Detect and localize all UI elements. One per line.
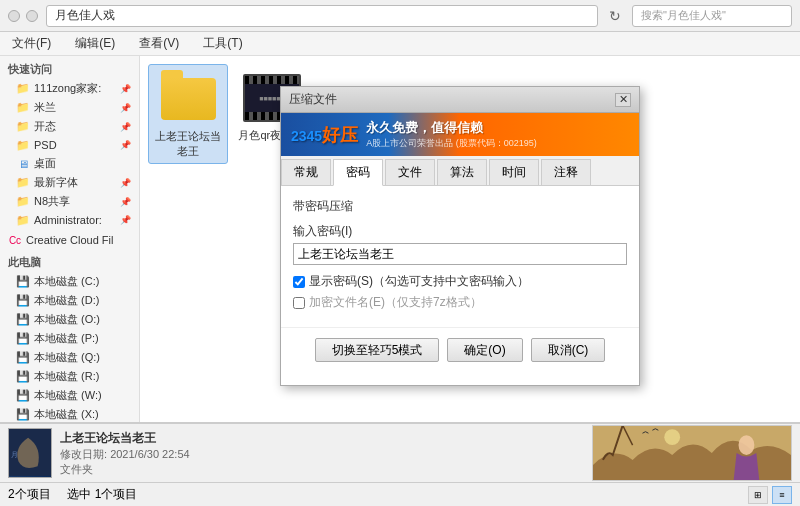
title-bar: 月色佳人戏 ↻ 搜索"月色佳人戏" xyxy=(0,0,800,32)
pin-icon: 📌 xyxy=(120,215,131,225)
sidebar-item-label: 111zong家家: xyxy=(34,81,116,96)
window-controls xyxy=(8,10,38,22)
show-password-checkbox[interactable] xyxy=(293,276,305,288)
sidebar-item-label: 桌面 xyxy=(34,156,131,171)
encrypt-filename-checkbox[interactable] xyxy=(293,297,305,309)
tab-suanfa[interactable]: 算法 xyxy=(437,159,487,185)
preview-date: 修改日期: 2021/6/30 22:54 xyxy=(60,447,584,462)
maximize-button[interactable] xyxy=(26,10,38,22)
dialog-close-button[interactable]: ✕ xyxy=(615,93,631,107)
sidebar-drive-c[interactable]: 💾 本地磁盘 (C:) xyxy=(0,272,139,291)
preview-filename: 上老王论坛当老王 xyxy=(60,430,584,447)
sidebar-item-admin[interactable]: 📁 Administrator: 📌 xyxy=(0,211,139,229)
this-pc-header: 此电脑 xyxy=(0,253,139,272)
sidebar-drive-d[interactable]: 💾 本地磁盘 (D:) xyxy=(0,291,139,310)
menu-bar: 文件(F) 编辑(E) 查看(V) 工具(T) xyxy=(0,32,800,56)
status-info: 2个项目 选中 1个项目 xyxy=(8,486,137,503)
address-bar[interactable]: 月色佳人戏 xyxy=(46,5,598,27)
drive-icon: 💾 xyxy=(16,332,30,346)
sidebar-item-n8[interactable]: 📁 N8共享 📌 xyxy=(0,192,139,211)
show-password-row: 显示密码(S)（勾选可支持中文密码输入） xyxy=(293,273,627,290)
sidebar-item-label: 米兰 xyxy=(34,100,116,115)
sidebar-item-kaita[interactable]: 📁 开态 📌 xyxy=(0,117,139,136)
large-icons-view-button[interactable]: ⊞ xyxy=(748,486,768,504)
drive-label: 本地磁盘 (P:) xyxy=(34,331,131,346)
sidebar-drive-r[interactable]: 💾 本地磁盘 (R:) xyxy=(0,367,139,386)
item-count: 2个项目 xyxy=(8,487,51,501)
search-placeholder: 搜索"月色佳人戏" xyxy=(641,8,726,23)
folder-icon: 📁 xyxy=(16,138,30,152)
drive-label: 本地磁盘 (C:) xyxy=(34,274,131,289)
pin-icon: 📌 xyxy=(120,84,131,94)
sidebar-item-111zong[interactable]: 📁 111zong家家: 📌 xyxy=(0,79,139,98)
menu-file[interactable]: 文件(F) xyxy=(8,33,55,54)
sidebar-item-cc[interactable]: Cc Creative Cloud Fil xyxy=(0,231,139,249)
view-controls: ⊞ ≡ xyxy=(748,486,792,504)
preview-thumbnail: 月 xyxy=(8,428,52,478)
menu-tools[interactable]: 工具(T) xyxy=(199,33,246,54)
tab-wenjian[interactable]: 文件 xyxy=(385,159,435,185)
quick-access-section: 快速访问 📁 111zong家家: 📌 📁 米兰 📌 📁 开态 📌 📁 PSD … xyxy=(0,60,139,229)
ad-banner: 2345好压 永久免费，值得信赖 A股上市公司荣誉出品 (股票代码：002195… xyxy=(281,113,639,156)
ok-button[interactable]: 确定(O) xyxy=(447,338,522,362)
folder-icon: 📁 xyxy=(16,120,30,134)
creative-cloud-icon: Cc xyxy=(8,233,22,247)
bottom-preview-bar: 月 上老王论坛当老王 修改日期: 2021/6/30 22:54 文件夹 xyxy=(0,422,800,482)
sidebar-item-milan[interactable]: 📁 米兰 📌 xyxy=(0,98,139,117)
sidebar-item-label: 最新字体 xyxy=(34,175,116,190)
folder-icon: 📁 xyxy=(16,82,30,96)
sidebar-drive-p[interactable]: 💾 本地磁盘 (P:) xyxy=(0,329,139,348)
current-path: 月色佳人戏 xyxy=(55,7,115,24)
sidebar-item-fonts[interactable]: 📁 最新字体 📌 xyxy=(0,173,139,192)
sidebar-item-label: N8共享 xyxy=(34,194,116,209)
password-input[interactable] xyxy=(293,243,627,265)
minimize-button[interactable] xyxy=(8,10,20,22)
compress-dialog: 压缩文件 ✕ 2345好压 永久免费，值得信赖 A股上市公司荣誉出品 (股票代码… xyxy=(280,86,640,386)
show-password-label: 显示密码(S)（勾选可支持中文密码输入） xyxy=(309,273,529,290)
tab-zhushi[interactable]: 注释 xyxy=(541,159,591,185)
pin-icon: 📌 xyxy=(120,197,131,207)
file-item-folder[interactable]: 上老王论坛当老王 xyxy=(148,64,228,164)
encrypt-filename-label: 加密文件名(E)（仅支持7z格式） xyxy=(309,294,482,311)
tab-mima[interactable]: 密码 xyxy=(333,159,383,186)
dialog-title: 压缩文件 xyxy=(289,91,337,108)
drive-label: 本地磁盘 (R:) xyxy=(34,369,131,384)
cancel-button[interactable]: 取消(C) xyxy=(531,338,606,362)
sidebar-drive-o[interactable]: 💾 本地磁盘 (O:) xyxy=(0,310,139,329)
sidebar-drive-x[interactable]: 💾 本地磁盘 (X:) xyxy=(0,405,139,422)
drive-label: 本地磁盘 (X:) xyxy=(34,407,131,422)
svg-point-4 xyxy=(664,429,680,445)
sidebar-item-desktop[interactable]: 🖥 桌面 xyxy=(0,154,139,173)
drive-icon: 💾 xyxy=(16,313,30,327)
selected-count: 选中 1个项目 xyxy=(67,487,137,501)
tab-changgui[interactable]: 常规 xyxy=(281,159,331,185)
main-area: 快速访问 📁 111zong家家: 📌 📁 米兰 📌 📁 开态 📌 📁 PSD … xyxy=(0,56,800,422)
sidebar-item-label: 开态 xyxy=(34,119,116,134)
drive-label: 本地磁盘 (O:) xyxy=(34,312,131,327)
tab-shijian[interactable]: 时间 xyxy=(489,159,539,185)
encrypt-filename-row: 加密文件名(E)（仅支持7z格式） xyxy=(293,294,627,311)
sidebar-drive-w[interactable]: 💾 本地磁盘 (W:) xyxy=(0,386,139,405)
ad-logo: 2345好压 xyxy=(291,123,358,147)
menu-edit[interactable]: 编辑(E) xyxy=(71,33,119,54)
search-bar[interactable]: 搜索"月色佳人戏" xyxy=(632,5,792,27)
content-area: 上老王论坛当老王 ■■■■■■ 月色qr夜.mp4 压缩文件 ✕ xyxy=(140,56,800,422)
drive-icon: 💾 xyxy=(16,408,30,422)
sidebar-item-label: PSD xyxy=(34,139,116,151)
desktop-icon: 🖥 xyxy=(16,157,30,171)
sidebar: 快速访问 📁 111zong家家: 📌 📁 米兰 📌 📁 开态 📌 📁 PSD … xyxy=(0,56,140,422)
dialog-title-bar: 压缩文件 ✕ xyxy=(281,87,639,113)
sidebar-drive-q[interactable]: 💾 本地磁盘 (Q:) xyxy=(0,348,139,367)
drive-icon: 💾 xyxy=(16,370,30,384)
refresh-button[interactable]: ↻ xyxy=(606,7,624,25)
menu-view[interactable]: 查看(V) xyxy=(135,33,183,54)
folder-icon: 📁 xyxy=(16,101,30,115)
switch-mode-button[interactable]: 切换至轻巧5模式 xyxy=(315,338,440,362)
sidebar-item-psd[interactable]: 📁 PSD 📌 xyxy=(0,136,139,154)
ad-tagline: 永久免费，值得信赖 xyxy=(366,119,537,137)
svg-text:月: 月 xyxy=(11,451,18,458)
pin-icon: 📌 xyxy=(120,103,131,113)
file-label: 上老王论坛当老王 xyxy=(153,129,223,159)
list-view-button[interactable]: ≡ xyxy=(772,486,792,504)
modify-date: 2021/6/30 22:54 xyxy=(110,448,190,460)
